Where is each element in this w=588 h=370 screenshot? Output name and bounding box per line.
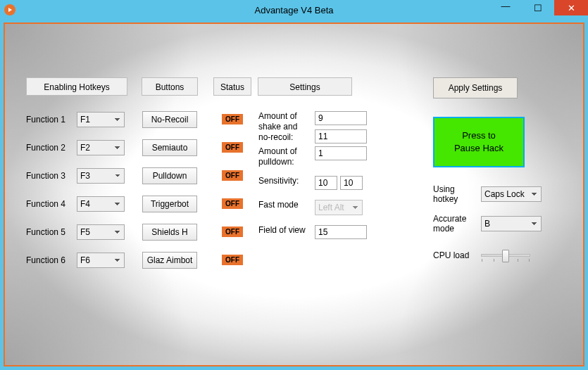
cpu-load-label: CPU load (433, 250, 481, 260)
function-button[interactable]: Shields H (142, 224, 197, 241)
status-badge: OFF (222, 114, 243, 125)
window-buttons: — ☐ ✕ (489, 0, 588, 20)
sensitivity-input-a[interactable] (315, 176, 337, 190)
function-button[interactable]: Semiauto (142, 139, 197, 156)
function-row: Function 5F5 (26, 224, 125, 241)
function-row: Function 3F3 (26, 167, 125, 184)
status-badge: OFF (222, 198, 243, 209)
cpu-load-slider[interactable] (481, 254, 530, 257)
sensitivity-label: Sensitivity: (258, 176, 315, 186)
status-badge: OFF (222, 255, 243, 265)
close-button[interactable]: ✕ (554, 0, 588, 15)
accurate-mode-select[interactable]: B (481, 216, 542, 231)
hotkey-select[interactable]: F5 (77, 224, 125, 240)
fov-input[interactable] (315, 225, 367, 239)
function-button[interactable]: Pulldown (142, 167, 197, 184)
slider-thumb[interactable] (502, 250, 509, 262)
accurate-mode-label: Accurate mode (433, 214, 481, 234)
function-button[interactable]: Triggerbot (142, 196, 197, 212)
function-label: Function 6 (26, 255, 77, 265)
hotkey-select[interactable]: F6 (77, 253, 125, 268)
hotkey-select[interactable]: F4 (77, 196, 125, 212)
function-row: Function 6F6 (26, 252, 125, 269)
using-hotkey-label: Using hotkey (433, 184, 481, 204)
maximize-button[interactable]: ☐ (522, 0, 554, 15)
function-button[interactable]: Glaz Aimbot (142, 252, 197, 269)
using-hotkey-select[interactable]: Caps Lock (481, 186, 542, 202)
function-row: Function 1F1 (26, 111, 125, 128)
function-label: Function 5 (26, 227, 77, 237)
header-settings: Settings (258, 77, 352, 96)
apply-settings-button[interactable]: Apply Settings (433, 77, 518, 98)
header-buttons: Buttons (142, 77, 198, 96)
fastmode-label: Fast mode (258, 200, 315, 210)
header-hotkeys: Enabling Hotkeys (26, 77, 127, 96)
minimize-button[interactable]: — (489, 0, 522, 15)
header-status: Status (213, 77, 251, 96)
function-button[interactable]: No-Recoil (142, 111, 197, 128)
app-icon (4, 4, 15, 15)
pulldown-label: Amount of pulldown: (258, 146, 315, 167)
function-label: Function 2 (26, 143, 77, 153)
fov-label: Field of view (258, 225, 315, 236)
status-badge: OFF (222, 170, 243, 181)
shake-input-1[interactable] (315, 111, 367, 125)
app-panel: Enabling Hotkeys Buttons Status Settings… (4, 23, 584, 366)
fastmode-select[interactable]: Left Alt (315, 200, 363, 215)
hotkey-select[interactable]: F3 (77, 168, 125, 184)
pause-hack-button[interactable]: Press to Pause Hack (433, 117, 525, 167)
settings-column: Amount of shake and no-recoil: Amount of… (258, 111, 385, 246)
function-row: Function 2F2 (26, 139, 125, 156)
shake-label: Amount of shake and no-recoil: (258, 111, 315, 143)
titlebar: Advantage V4 Beta — ☐ ✕ (0, 0, 588, 20)
right-column: Apply Settings Press to Pause Hack Using… (433, 77, 563, 260)
status-badge: OFF (222, 227, 243, 237)
function-label: Function 3 (26, 171, 77, 181)
status-badge: OFF (222, 142, 243, 153)
sensitivity-input-b[interactable] (340, 176, 363, 190)
hotkey-select[interactable]: F1 (77, 112, 125, 127)
function-label: Function 1 (26, 115, 77, 125)
function-label: Function 4 (26, 199, 77, 209)
shake-input-2[interactable] (315, 129, 367, 143)
function-row: Function 4F4 (26, 196, 125, 212)
hotkey-select[interactable]: F2 (77, 140, 125, 155)
pulldown-input[interactable] (315, 146, 367, 160)
